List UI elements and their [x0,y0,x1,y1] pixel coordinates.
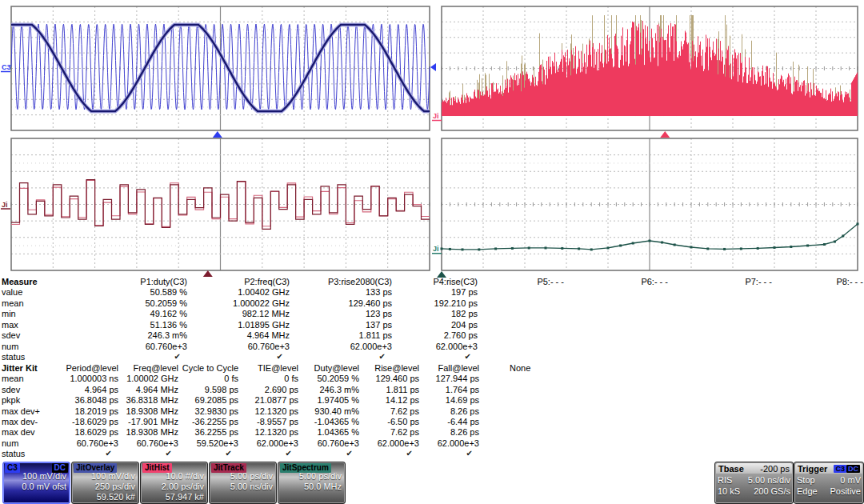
measure-cell: 49.162 % [150,309,187,318]
measure-param-header[interactable]: P8:- - - [836,277,863,286]
jitter_kit-cell: -1.04365 % [314,417,359,426]
jittrack-zero-indicator[interactable]: Ji [2,201,8,209]
measure-cell: 62.000e+3 [436,342,478,351]
trigger-position-marker[interactable] [213,131,222,138]
channel-value-line: 250 ps/div [91,482,135,492]
trigger-source-badges: C3DC [834,463,860,474]
measure-cell: 129.460 ps [349,298,392,308]
jitter_kit-param-header[interactable]: Period@level [66,363,118,373]
jitter_kit-cell: 21.0877 ps [255,395,298,405]
trigger-box-row: Stop0 mV [797,475,861,486]
channel-value-line: 0.0 mV ofst [22,482,66,492]
histogram-position-marker[interactable] [660,131,670,138]
jitter_kit-param-header[interactable]: Freq@level [134,363,178,373]
jitter_kit-row-label: num [2,438,18,448]
jitter_kit-cell: 14.69 ps [446,395,479,405]
jitter_kit-param-header[interactable]: Duty@level [314,363,359,373]
trigger-level-marker[interactable] [430,63,436,71]
channel-values: 5.00 ps/div5.00 ns/div [230,471,273,492]
trigger-source-badge: C3 [834,465,846,473]
measure-status-check: ✔ [174,352,181,362]
jitter_kit-cell: 127.944 ps [436,374,479,383]
jitter_kit-row-label: max dev+ [2,406,40,416]
jitter_kit-param-header[interactable]: Rise@level [374,363,419,373]
channel-box-jittrack[interactable]: JitTrack5.00 ps/div5.00 ns/div [209,462,277,504]
jitter_kit-cell: 18.6029 ps [75,427,118,437]
jitter_kit-cell: 930.40 m% [314,406,359,416]
jitter_kit-param-header[interactable]: TIE@level [258,363,298,373]
channel-value-line: 10.0 #/div [162,471,204,482]
jitter_kit-status-check: ✔ [406,449,413,458]
jitter_kit-status-check: ✔ [106,449,112,458]
measure-row-label: status [2,352,25,362]
jitter_kit-cell: 2.690 ps [265,385,298,394]
channel-value-line: 50.0 MHz [299,482,342,492]
measure-row-label: max [2,320,18,330]
timebase-box-row: RIS5.00 ns/div [718,475,790,486]
measure-param-header[interactable]: P7:- - - [745,277,772,286]
channel-box-jithist[interactable]: JitHist10.0 #/div2.00 ps/div57.947 k# [140,462,208,504]
measure-cell: 60.760e+3 [146,342,187,351]
jitter_kit-cell: 60.760e+3 [137,438,178,448]
jitter_kit-param-header[interactable]: Fall@level [438,363,479,373]
jitter_kit-status-check: ✔ [346,449,353,458]
jitter_kit-cell: 129.460 ps [376,374,419,383]
measure-title: Measure [2,277,38,286]
measure-cell: 4.964 MHz [247,330,290,340]
jitter_kit-cell: 9.598 ps [205,385,238,394]
channel-box-c3[interactable]: C3DC100 mV/div0.0 mV ofst [2,462,70,504]
channel-box-jitoverlay[interactable]: JitOverlay100 mV/div250 ps/div59.520 k# [71,462,139,504]
trigger-label: Trigger [798,464,827,474]
trigger-box[interactable]: TriggerC3DCStop0 mVEdgePositive [794,462,864,504]
panel-jitspectrum [442,138,858,270]
jitter_kit-cell: 14.12 ps [386,395,419,405]
jitter_kit-status-check: ✔ [466,449,473,458]
track-position-marker[interactable] [203,270,213,277]
measure-cell: 1.00402 GHz [238,287,290,297]
measure-cell: 133 ps [366,287,392,297]
measure-param-header[interactable]: P5:- - - [537,277,564,286]
jitter_kit-cell: 62.000e+3 [438,438,479,448]
measure-param-header[interactable]: P1:duty(C3) [140,277,187,286]
measure-status-check: ✔ [277,352,283,362]
jitter_kit-cell: 8.26 ps [450,406,479,416]
jitter_kit-status-check: ✔ [226,449,232,458]
jitter_kit-cell: -17.901 MHz [128,417,178,426]
channel-value-line: 59.520 k# [91,492,135,502]
jitter_kit-cell: 60.760e+3 [77,438,118,448]
measure-status-check: ✔ [465,352,471,362]
jitter_kit-cell: 1.811 ps [386,385,419,394]
measure-row-label: sdev [2,330,20,340]
c3-zero-indicator[interactable]: C3 [2,63,11,71]
measure-row-label: min [2,309,16,318]
measure-param-header[interactable]: P3:rise2080(C3) [328,277,392,286]
measure-param-header[interactable]: P4:rise(C3) [433,277,478,286]
jitter_kit-cell: 0 fs [224,374,238,383]
timebase-box-value: RIS [718,475,732,486]
timebase-box-value: 200 GS/s [754,486,790,497]
jitter_kit-param-header[interactable]: None [510,363,530,373]
measure-cell: 1.01895 GHz [238,320,290,330]
channel-box-jitspectrum[interactable]: JitSpectrum5.00 ps/div50.0 MHz [278,462,346,504]
jitter_kit-cell: 12.1320 ps [255,406,298,416]
channel-values: 100 mV/div0.0 mV ofst [22,471,66,492]
measure-cell: 137 ps [366,320,392,330]
jitter_kit-cell: -6.44 ps [447,417,479,426]
measure-param-header[interactable]: P6:- - - [641,277,668,286]
jitter_kit-row-label: max dev [2,427,35,437]
channel-label-badge: C3 [5,463,20,473]
jitter_kit-row-label: sdev [2,385,20,394]
jitter_kit-cell: 1.97405 % [317,395,359,405]
jitter_kit-param-header[interactable]: Cycle to Cycle [182,363,238,373]
channel-value-line: 5.00 ps/div [299,471,342,482]
measure-param-header[interactable]: P2:freq(C3) [244,277,290,286]
jitter_kit-cell: 7.62 ps [390,406,419,416]
trigger-box-value: Positive [830,486,861,497]
channel-value-line: 100 mV/div [22,471,66,482]
measure-cell: 192.210 ps [434,298,478,308]
timebase-box[interactable]: Tbase-200 psRIS5.00 ns/div10 kS200 GS/s [714,462,794,504]
jitspectrum-zero-indicator[interactable]: Ji [433,245,439,253]
jitter_kit-cell: 18.2019 ps [75,406,118,416]
jithist-zero-indicator[interactable]: Ji [433,112,439,120]
measure-cell: 982.12 MHz [242,309,290,318]
